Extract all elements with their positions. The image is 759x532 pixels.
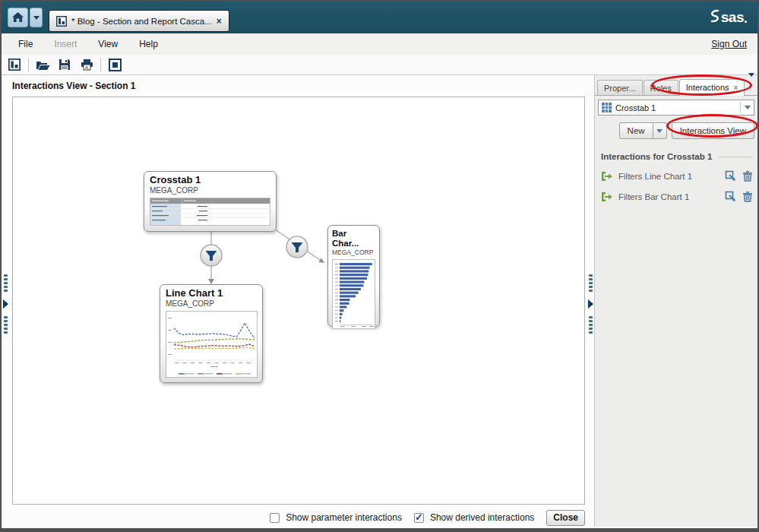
edit-interaction-icon[interactable] — [725, 191, 736, 202]
node-title: Line Chart 1 — [166, 288, 257, 299]
document-tab[interactable]: * Blog - Section and Report Casca... × — [49, 10, 229, 32]
app-window: * Blog - Section and Report Casca... × s… — [0, 0, 759, 532]
line-chart-thumbnail — [166, 311, 258, 378]
main-area: Interactions View - Section 1 — [2, 75, 757, 527]
right-panel: Proper... Roles Interactions × — [595, 75, 757, 527]
object-selector-dropdown[interactable]: Crosstab 1 — [598, 100, 754, 116]
splitter-grip — [589, 274, 593, 292]
show-derived-interactions-label: Show derived interactions — [430, 512, 534, 523]
show-parameter-interactions-checkbox[interactable] — [270, 513, 280, 523]
sas-logo: sas — [708, 8, 747, 24]
svg-text:A: A — [85, 65, 89, 70]
chevron-down-icon — [656, 129, 663, 133]
new-dropdown-button[interactable] — [653, 122, 667, 139]
diagram-node-bar-chart[interactable]: Bar Char... MEGA_CORP — [327, 225, 380, 327]
chevron-down-icon — [748, 73, 754, 90]
close-tab-icon[interactable]: × — [734, 84, 738, 92]
toolbar: A — [2, 55, 757, 75]
selector-separator — [740, 102, 741, 113]
home-button[interactable] — [8, 8, 28, 27]
toolbar-separator — [100, 58, 101, 71]
node-title: Bar Char... — [332, 229, 375, 249]
panel-tab-bar: Proper... Roles Interactions × — [595, 77, 757, 96]
show-parameter-interactions-label: Show parameter interactions — [286, 512, 402, 523]
filter-funnel-icon[interactable] — [286, 236, 308, 258]
close-button[interactable]: Close — [546, 510, 585, 526]
document-tab-title: * Blog - Section and Report Casca... — [71, 17, 212, 26]
canvas-footer: Show parameter interactions Show derived… — [12, 508, 585, 527]
bar-chart-thumbnail — [332, 259, 375, 329]
interaction-label: Filters Line Chart 1 — [618, 172, 719, 181]
print-pdf-icon[interactable]: A — [78, 57, 95, 72]
crosstab-icon — [602, 103, 612, 112]
right-panel-splitter[interactable] — [587, 271, 594, 337]
connector-layer — [13, 97, 584, 504]
tab-interactions[interactable]: Interactions × — [679, 79, 745, 96]
interaction-list-item[interactable]: Filters Line Chart 1 — [601, 170, 753, 182]
node-data-source: MEGA_CORP — [150, 186, 270, 195]
open-folder-icon[interactable] — [34, 57, 51, 72]
report-icon[interactable] — [6, 57, 23, 72]
home-button-group — [8, 8, 43, 27]
node-data-source: MEGA_CORP — [166, 299, 257, 309]
tab-roles[interactable]: Roles — [644, 80, 678, 95]
edit-interaction-icon[interactable] — [725, 170, 736, 182]
sas-logo-dot — [745, 21, 747, 23]
menu-view[interactable]: View — [87, 39, 128, 49]
home-dropdown-button[interactable] — [30, 8, 43, 27]
chevron-down-icon — [33, 16, 40, 20]
node-data-source: MEGA_CORP — [332, 249, 375, 256]
left-panel-splitter[interactable] — [2, 271, 9, 337]
menu-help[interactable]: Help — [128, 39, 169, 49]
close-tab-icon[interactable]: × — [217, 17, 222, 26]
tab-overflow-button[interactable] — [748, 77, 754, 90]
diagram-node-crosstab[interactable]: Crosstab 1 MEGA_CORP — [144, 171, 277, 232]
interaction-out-icon — [601, 171, 612, 182]
splitter-grip — [4, 274, 8, 292]
sign-out-link[interactable]: Sign Out — [711, 39, 747, 49]
node-title: Crosstab 1 — [150, 175, 270, 186]
interactions-view-button[interactable]: Interactions View — [672, 122, 754, 139]
splitter-grip — [4, 316, 8, 334]
interaction-list-item[interactable]: Filters Bar Chart 1 — [601, 191, 753, 202]
tab-properties[interactable]: Proper... — [597, 80, 643, 95]
interactions-view-title: Interactions View - Section 1 — [12, 81, 136, 91]
home-icon — [12, 12, 24, 23]
section-header-label: Interactions for Crosstab 1 — [601, 152, 712, 161]
new-split-button: New — [619, 122, 667, 139]
new-button[interactable]: New — [619, 122, 653, 139]
expand-right-icon — [3, 299, 8, 309]
save-icon[interactable] — [56, 57, 73, 72]
section-header-rule — [718, 157, 753, 157]
menu-file[interactable]: File — [2, 39, 43, 49]
interactions-canvas[interactable]: Crosstab 1 MEGA_CORP — [12, 97, 585, 505]
tab-interactions-label: Interactions — [686, 83, 729, 92]
delete-interaction-icon[interactable] — [742, 170, 753, 182]
interactions-section-header: Interactions for Crosstab 1 — [601, 152, 753, 161]
sas-logo-text: sas — [721, 10, 744, 24]
menu-insert: Insert — [43, 39, 87, 49]
menu-bar: File Insert View Help Sign Out — [2, 33, 757, 55]
filter-funnel-icon[interactable] — [201, 245, 222, 266]
splitter-grip — [589, 316, 593, 334]
diagram-node-line-chart[interactable]: Line Chart 1 MEGA_CORP — [160, 284, 263, 383]
toolbar-separator — [28, 58, 29, 71]
panel-button-row: New Interactions View — [598, 122, 754, 139]
delete-interaction-icon[interactable] — [742, 191, 753, 202]
sas-swirl-icon — [708, 8, 721, 24]
view-frame-icon[interactable] — [106, 57, 123, 72]
top-banner: * Blog - Section and Report Casca... × s… — [2, 2, 757, 33]
crosstab-thumbnail — [150, 198, 270, 226]
interaction-out-icon — [601, 192, 612, 202]
expand-right-icon — [588, 299, 593, 309]
chevron-down-icon — [745, 106, 751, 109]
report-icon — [56, 16, 67, 27]
show-derived-interactions-checkbox[interactable] — [414, 513, 424, 523]
interaction-label: Filters Bar Chart 1 — [618, 192, 719, 201]
object-selector-value: Crosstab 1 — [615, 103, 740, 112]
